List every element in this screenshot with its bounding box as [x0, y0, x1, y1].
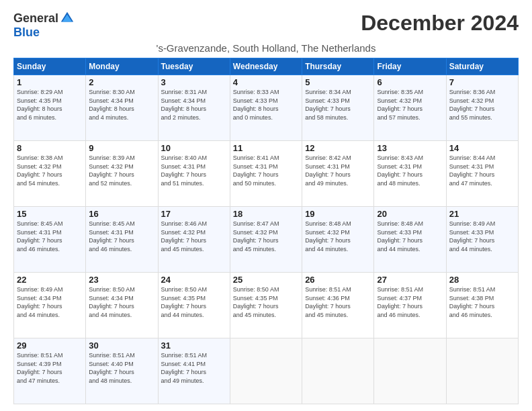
logo-blue-text: Blue	[13, 26, 40, 40]
day-number: 21	[449, 209, 515, 219]
day-info: Sunrise: 8:29 AM Sunset: 4:35 PM Dayligh…	[17, 88, 83, 122]
day-number: 8	[17, 143, 83, 153]
calendar-day-header: Tuesday	[158, 58, 230, 75]
calendar-cell: 19Sunrise: 8:48 AM Sunset: 4:32 PM Dayli…	[302, 207, 374, 273]
day-number: 23	[89, 275, 154, 285]
calendar-day-header: Sunday	[14, 58, 86, 75]
day-info: Sunrise: 8:46 AM Sunset: 4:32 PM Dayligh…	[161, 220, 227, 253]
calendar-cell: 27Sunrise: 8:51 AM Sunset: 4:37 PM Dayli…	[374, 273, 446, 338]
day-number: 7	[449, 77, 515, 87]
day-info: Sunrise: 8:40 AM Sunset: 4:31 PM Dayligh…	[161, 154, 227, 187]
calendar-day-header: Wednesday	[230, 58, 302, 75]
day-number: 22	[17, 275, 83, 285]
calendar-cell: 17Sunrise: 8:46 AM Sunset: 4:32 PM Dayli…	[158, 207, 230, 273]
calendar-week-row: 8Sunrise: 8:38 AM Sunset: 4:32 PM Daylig…	[14, 141, 519, 207]
calendar-cell: 31Sunrise: 8:51 AM Sunset: 4:41 PM Dayli…	[158, 338, 230, 404]
calendar-cell: 13Sunrise: 8:43 AM Sunset: 4:31 PM Dayli…	[374, 141, 446, 207]
day-info: Sunrise: 8:50 AM Sunset: 4:35 PM Dayligh…	[161, 285, 227, 319]
calendar-day-header: Friday	[374, 58, 446, 75]
calendar-cell: 23Sunrise: 8:50 AM Sunset: 4:34 PM Dayli…	[86, 273, 158, 338]
day-info: Sunrise: 8:47 AM Sunset: 4:32 PM Dayligh…	[233, 220, 299, 253]
day-info: Sunrise: 8:39 AM Sunset: 4:32 PM Dayligh…	[89, 154, 154, 187]
logo-icon	[60, 11, 75, 26]
calendar-cell: 24Sunrise: 8:50 AM Sunset: 4:35 PM Dayli…	[158, 273, 230, 338]
day-info: Sunrise: 8:36 AM Sunset: 4:32 PM Dayligh…	[449, 88, 515, 122]
day-number: 26	[305, 275, 371, 285]
calendar-cell: 9Sunrise: 8:39 AM Sunset: 4:32 PM Daylig…	[86, 141, 158, 207]
day-info: Sunrise: 8:48 AM Sunset: 4:33 PM Dayligh…	[377, 220, 443, 253]
calendar-week-row: 22Sunrise: 8:49 AM Sunset: 4:34 PM Dayli…	[14, 273, 519, 338]
calendar-cell: 7Sunrise: 8:36 AM Sunset: 4:32 PM Daylig…	[446, 75, 518, 141]
calendar-cell: 29Sunrise: 8:51 AM Sunset: 4:39 PM Dayli…	[14, 338, 86, 404]
day-number: 1	[17, 77, 83, 87]
calendar-cell: 30Sunrise: 8:51 AM Sunset: 4:40 PM Dayli…	[86, 338, 158, 404]
day-number: 12	[305, 143, 371, 153]
day-number: 20	[377, 209, 443, 219]
calendar-cell	[374, 338, 446, 404]
day-info: Sunrise: 8:35 AM Sunset: 4:32 PM Dayligh…	[377, 88, 443, 122]
day-number: 19	[305, 209, 371, 219]
day-info: Sunrise: 8:41 AM Sunset: 4:31 PM Dayligh…	[233, 154, 299, 187]
day-info: Sunrise: 8:48 AM Sunset: 4:32 PM Dayligh…	[305, 220, 371, 253]
calendar-cell: 20Sunrise: 8:48 AM Sunset: 4:33 PM Dayli…	[374, 207, 446, 273]
day-number: 29	[17, 340, 83, 351]
day-number: 13	[377, 143, 443, 153]
day-number: 27	[377, 275, 443, 285]
calendar-week-row: 15Sunrise: 8:45 AM Sunset: 4:31 PM Dayli…	[14, 207, 519, 273]
day-info: Sunrise: 8:45 AM Sunset: 4:31 PM Dayligh…	[17, 220, 83, 253]
calendar-cell: 5Sunrise: 8:34 AM Sunset: 4:33 PM Daylig…	[302, 75, 374, 141]
calendar-cell: 22Sunrise: 8:49 AM Sunset: 4:34 PM Dayli…	[14, 273, 86, 338]
calendar-cell: 11Sunrise: 8:41 AM Sunset: 4:31 PM Dayli…	[230, 141, 302, 207]
day-number: 14	[449, 143, 515, 153]
day-info: Sunrise: 8:49 AM Sunset: 4:34 PM Dayligh…	[17, 285, 83, 319]
calendar-cell: 1Sunrise: 8:29 AM Sunset: 4:35 PM Daylig…	[14, 75, 86, 141]
day-info: Sunrise: 8:51 AM Sunset: 4:41 PM Dayligh…	[161, 351, 227, 385]
main-title: December 2024	[361, 11, 519, 36]
calendar-cell: 2Sunrise: 8:30 AM Sunset: 4:34 PM Daylig…	[86, 75, 158, 141]
day-number: 3	[161, 77, 227, 87]
subtitle: 's-Gravenzande, South Holland, The Nethe…	[13, 42, 519, 54]
day-info: Sunrise: 8:51 AM Sunset: 4:38 PM Dayligh…	[449, 285, 515, 319]
calendar-cell: 18Sunrise: 8:47 AM Sunset: 4:32 PM Dayli…	[230, 207, 302, 273]
calendar-cell: 4Sunrise: 8:33 AM Sunset: 4:33 PM Daylig…	[230, 75, 302, 141]
day-info: Sunrise: 8:49 AM Sunset: 4:33 PM Dayligh…	[449, 220, 515, 253]
day-number: 24	[161, 275, 227, 285]
calendar-header-row: SundayMondayTuesdayWednesdayThursdayFrid…	[14, 58, 519, 75]
day-number: 11	[233, 143, 299, 153]
day-info: Sunrise: 8:30 AM Sunset: 4:34 PM Dayligh…	[89, 88, 154, 122]
day-info: Sunrise: 8:38 AM Sunset: 4:32 PM Dayligh…	[17, 154, 83, 187]
day-number: 4	[233, 77, 299, 87]
calendar-cell: 21Sunrise: 8:49 AM Sunset: 4:33 PM Dayli…	[446, 207, 518, 273]
calendar-cell: 12Sunrise: 8:42 AM Sunset: 4:31 PM Dayli…	[302, 141, 374, 207]
day-number: 15	[17, 209, 83, 219]
day-number: 2	[89, 77, 154, 87]
calendar-day-header: Thursday	[302, 58, 374, 75]
day-info: Sunrise: 8:33 AM Sunset: 4:33 PM Dayligh…	[233, 88, 299, 122]
calendar-cell: 6Sunrise: 8:35 AM Sunset: 4:32 PM Daylig…	[374, 75, 446, 141]
day-info: Sunrise: 8:45 AM Sunset: 4:31 PM Dayligh…	[89, 220, 154, 253]
calendar-cell: 15Sunrise: 8:45 AM Sunset: 4:31 PM Dayli…	[14, 207, 86, 273]
calendar-day-header: Monday	[86, 58, 158, 75]
calendar-cell: 8Sunrise: 8:38 AM Sunset: 4:32 PM Daylig…	[14, 141, 86, 207]
calendar-cell	[446, 338, 518, 404]
day-number: 17	[161, 209, 227, 219]
title-block: December 2024	[361, 11, 519, 36]
day-number: 31	[161, 340, 227, 351]
calendar-cell: 10Sunrise: 8:40 AM Sunset: 4:31 PM Dayli…	[158, 141, 230, 207]
calendar-cell: 25Sunrise: 8:50 AM Sunset: 4:35 PM Dayli…	[230, 273, 302, 338]
day-number: 30	[89, 340, 154, 351]
calendar-cell: 3Sunrise: 8:31 AM Sunset: 4:34 PM Daylig…	[158, 75, 230, 141]
day-info: Sunrise: 8:51 AM Sunset: 4:39 PM Dayligh…	[17, 351, 83, 385]
logo-general-text: General	[13, 11, 58, 26]
day-info: Sunrise: 8:51 AM Sunset: 4:40 PM Dayligh…	[89, 351, 154, 385]
day-number: 16	[89, 209, 154, 219]
day-info: Sunrise: 8:43 AM Sunset: 4:31 PM Dayligh…	[377, 154, 443, 187]
day-info: Sunrise: 8:42 AM Sunset: 4:31 PM Dayligh…	[305, 154, 371, 187]
calendar-cell: 26Sunrise: 8:51 AM Sunset: 4:36 PM Dayli…	[302, 273, 374, 338]
day-info: Sunrise: 8:51 AM Sunset: 4:36 PM Dayligh…	[305, 285, 371, 319]
day-number: 25	[233, 275, 299, 285]
calendar-cell	[230, 338, 302, 404]
day-info: Sunrise: 8:51 AM Sunset: 4:37 PM Dayligh…	[377, 285, 443, 319]
day-info: Sunrise: 8:31 AM Sunset: 4:34 PM Dayligh…	[161, 88, 227, 122]
day-number: 6	[377, 77, 443, 87]
